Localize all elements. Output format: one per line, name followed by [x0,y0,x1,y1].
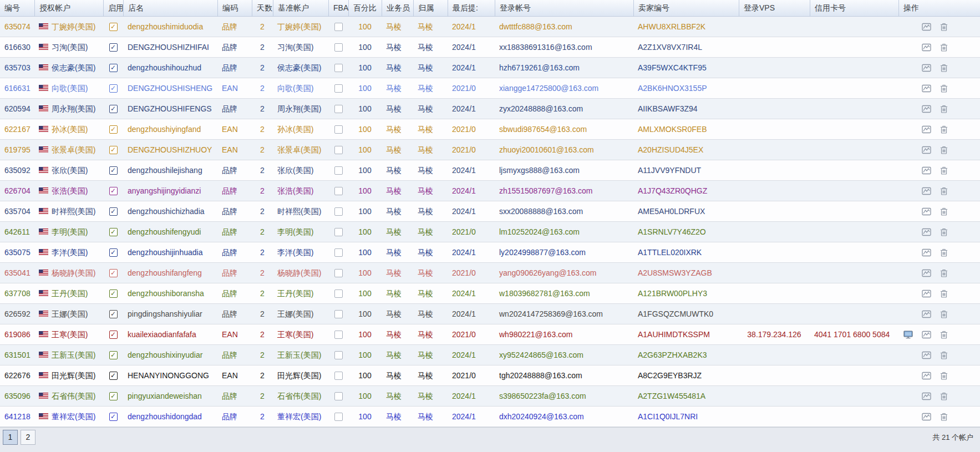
chart-icon[interactable] [922,105,931,113]
trash-icon[interactable] [940,413,948,421]
chart-icon[interactable] [922,64,931,72]
chart-icon[interactable] [922,351,931,359]
chart-icon[interactable] [922,372,931,380]
chart-icon[interactable] [922,413,931,421]
trash-icon[interactable] [940,392,948,400]
trash-icon[interactable] [940,187,948,195]
enabled-checkbox[interactable]: ✓ [109,125,118,134]
fba-checkbox[interactable] [334,248,343,257]
fba-checkbox[interactable] [334,392,343,400]
enabled-checkbox[interactable]: ✓ [109,105,118,113]
fba-checkbox[interactable] [334,105,343,113]
page-button-1[interactable]: 1 [3,430,18,445]
chart-icon[interactable] [922,125,931,134]
fba-checkbox[interactable] [334,413,343,421]
trash-icon[interactable] [940,146,948,154]
col-percent[interactable]: 百分比 [348,0,382,16]
enabled-checkbox[interactable]: ✓ [109,310,118,318]
chart-icon[interactable] [922,43,931,52]
chart-icon[interactable] [922,248,931,257]
fba-checkbox[interactable] [334,43,343,52]
chart-icon[interactable] [922,392,931,400]
enabled-checkbox[interactable]: ✓ [109,43,118,52]
chart-icon[interactable] [922,146,931,154]
trash-icon[interactable] [940,43,948,52]
enabled-checkbox[interactable]: ✓ [109,392,118,400]
col-enabled[interactable]: 启用 [103,0,123,16]
enabled-checkbox[interactable]: ✓ [109,64,118,72]
fba-checkbox[interactable] [334,331,343,339]
trash-icon[interactable] [940,331,948,339]
fba-checkbox[interactable] [334,228,343,236]
fba-checkbox[interactable] [334,166,343,175]
monitor-icon[interactable] [903,331,913,339]
trash-icon[interactable] [940,351,948,359]
col-days[interactable]: 天数 [252,0,273,16]
trash-icon[interactable] [940,290,948,298]
chart-icon[interactable] [922,310,931,318]
enabled-checkbox[interactable]: ✓ [109,84,118,93]
col-login-vps[interactable]: 登录VPS [739,0,810,16]
fba-checkbox[interactable] [334,269,343,277]
chart-icon[interactable] [922,269,931,277]
col-owner[interactable]: 归属 [413,0,448,16]
enabled-checkbox[interactable]: ✓ [109,166,118,175]
trash-icon[interactable] [940,64,948,72]
trash-icon[interactable] [940,105,948,113]
chart-icon[interactable] [922,23,931,31]
fba-checkbox[interactable] [334,125,343,134]
enabled-checkbox[interactable]: ✓ [109,269,118,277]
fba-checkbox[interactable] [334,64,343,72]
col-fba[interactable]: FBA [328,0,348,16]
enabled-checkbox[interactable]: ✓ [109,331,118,339]
fba-checkbox[interactable] [334,23,343,31]
enabled-checkbox[interactable]: ✓ [109,228,118,236]
trash-icon[interactable] [940,166,948,175]
trash-icon[interactable] [940,207,948,216]
col-account[interactable]: 授权帐户 [34,0,103,16]
trash-icon[interactable] [940,23,948,31]
enabled-checkbox[interactable]: ✓ [109,187,118,195]
trash-icon[interactable] [940,372,948,380]
chart-icon[interactable] [922,166,931,175]
col-base-account[interactable]: 基准帐户 [273,0,328,16]
fba-checkbox[interactable] [334,207,343,216]
col-id[interactable]: 编号 [0,0,34,16]
chart-icon[interactable] [922,207,931,216]
chart-icon[interactable] [922,187,931,195]
trash-icon[interactable] [940,228,948,236]
chart-icon[interactable] [922,331,931,339]
fba-checkbox[interactable] [334,310,343,318]
trash-icon[interactable] [940,84,948,93]
col-login-account[interactable]: 登录帐号 [495,0,633,16]
chart-icon[interactable] [922,290,931,298]
col-operations[interactable]: 操作 [898,0,980,16]
enabled-checkbox[interactable]: ✓ [109,248,118,257]
col-salesman[interactable]: 业务员 [382,0,413,16]
fba-checkbox[interactable] [334,146,343,154]
enabled-checkbox[interactable]: ✓ [109,207,118,216]
col-code[interactable]: 编码 [217,0,252,16]
col-credit-card[interactable]: 信用卡号 [810,0,898,16]
chart-icon[interactable] [922,228,931,236]
chart-icon[interactable] [922,84,931,93]
fba-checkbox[interactable] [334,351,343,359]
enabled-checkbox[interactable]: ✓ [109,351,118,359]
fba-checkbox[interactable] [334,187,343,195]
col-last-submit[interactable]: 最后提: [448,0,495,16]
col-seller-id[interactable]: 卖家编号 [633,0,739,16]
trash-icon[interactable] [940,248,948,257]
enabled-checkbox[interactable]: ✓ [109,146,118,154]
page-button-2[interactable]: 2 [21,430,35,445]
fba-checkbox[interactable] [334,84,343,93]
enabled-checkbox[interactable]: ✓ [109,372,118,380]
enabled-checkbox[interactable]: ✓ [109,413,118,421]
enabled-checkbox[interactable]: ✓ [109,290,118,298]
fba-checkbox[interactable] [334,372,343,380]
enabled-checkbox[interactable]: ✓ [109,23,118,31]
fba-checkbox[interactable] [334,290,343,298]
trash-icon[interactable] [940,125,948,134]
col-store[interactable]: 店名 [123,0,217,16]
trash-icon[interactable] [940,310,948,318]
trash-icon[interactable] [940,269,948,277]
